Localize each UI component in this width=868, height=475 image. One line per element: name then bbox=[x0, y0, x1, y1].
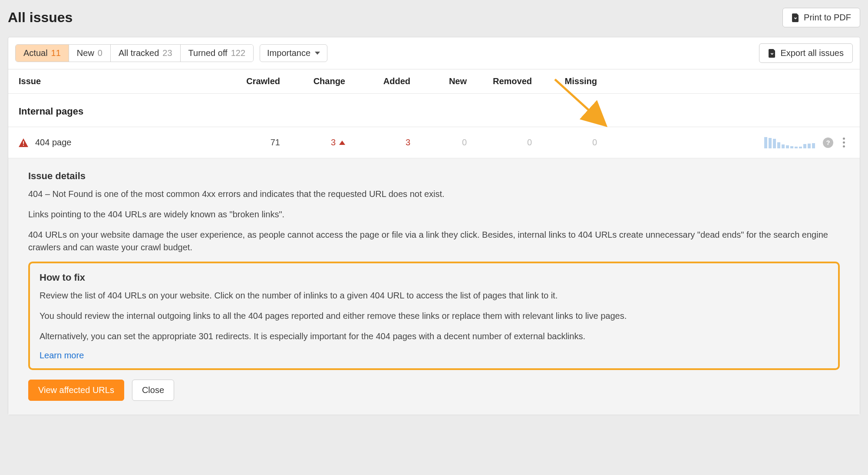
view-affected-urls-button[interactable]: View affected URLs bbox=[28, 380, 124, 401]
issue-name: 404 page bbox=[35, 138, 71, 147]
filter-tab-count: 0 bbox=[98, 48, 102, 58]
filter-tab-count: 11 bbox=[51, 48, 61, 58]
print-pdf-label: Print to PDF bbox=[804, 13, 851, 23]
fix-paragraph: Alternatively, you can set the appropria… bbox=[40, 330, 828, 343]
issue-details-panel: Issue details 404 – Not Found is one of … bbox=[8, 158, 860, 415]
filter-tab-label: All tracked bbox=[119, 48, 159, 58]
svg-rect-0 bbox=[23, 141, 24, 144]
details-paragraph: Links pointing to the 404 URLs are widel… bbox=[28, 208, 840, 221]
cell-removed: 0 bbox=[475, 138, 540, 147]
fix-paragraph: Review the list of 404 URLs on your webs… bbox=[40, 289, 828, 302]
chevron-down-icon bbox=[315, 52, 320, 55]
close-button[interactable]: Close bbox=[132, 380, 174, 401]
cell-added: 3 bbox=[353, 138, 418, 147]
sort-dropdown-label: Importance bbox=[267, 48, 310, 58]
cell-new: 0 bbox=[418, 138, 475, 147]
learn-more-link[interactable]: Learn more bbox=[40, 351, 84, 360]
issue-row-404[interactable]: 404 page 71 3 3 0 0 0 ? bbox=[8, 127, 860, 158]
filter-tab-label: Actual bbox=[23, 48, 48, 58]
export-download-icon bbox=[768, 49, 776, 58]
how-to-fix-box: How to fix Review the list of 404 URLs o… bbox=[28, 262, 840, 370]
sparkline-chart bbox=[764, 137, 815, 148]
cell-crawled: 71 bbox=[223, 138, 288, 147]
col-removed: Removed bbox=[475, 76, 540, 86]
details-paragraph: 404 URLs on your website damage the user… bbox=[28, 229, 840, 254]
cell-missing: 0 bbox=[540, 138, 605, 147]
details-paragraph: 404 – Not Found is one of the most commo… bbox=[28, 188, 840, 200]
filter-tabs: Actual11New0All tracked23Turned off122 bbox=[15, 44, 254, 62]
filter-tab-all-tracked[interactable]: All tracked23 bbox=[111, 45, 181, 62]
svg-rect-1 bbox=[23, 144, 24, 145]
col-change: Change bbox=[288, 76, 353, 86]
sort-dropdown[interactable]: Importance bbox=[260, 44, 327, 62]
table-header-row: Issue Crawled Change Added New Removed M… bbox=[8, 69, 860, 94]
arrow-up-icon bbox=[339, 141, 345, 145]
col-new: New bbox=[418, 76, 475, 86]
col-issue: Issue bbox=[19, 76, 223, 86]
warning-triangle-icon bbox=[19, 138, 28, 147]
how-to-fix-title: How to fix bbox=[40, 272, 828, 283]
filter-tab-actual[interactable]: Actual11 bbox=[16, 45, 69, 62]
filter-tab-label: Turned off bbox=[188, 48, 228, 58]
issue-details-title: Issue details bbox=[28, 170, 840, 182]
export-all-label: Export all issues bbox=[780, 48, 844, 58]
print-pdf-button[interactable]: Print to PDF bbox=[782, 8, 860, 27]
filter-tab-turned-off[interactable]: Turned off122 bbox=[181, 45, 253, 62]
filter-tab-new[interactable]: New0 bbox=[69, 45, 111, 62]
filter-tab-count: 23 bbox=[162, 48, 172, 58]
group-internal-pages: Internal pages bbox=[8, 94, 860, 127]
page-title: All issues bbox=[8, 10, 73, 26]
fix-paragraph: You should review the internal outgoing … bbox=[40, 310, 828, 322]
row-menu-button[interactable] bbox=[841, 136, 847, 149]
cell-change: 3 bbox=[331, 138, 336, 147]
toolbar: Actual11New0All tracked23Turned off122 I… bbox=[8, 37, 860, 69]
filter-tab-label: New bbox=[77, 48, 94, 58]
help-icon[interactable]: ? bbox=[823, 138, 833, 148]
pdf-download-icon bbox=[792, 13, 799, 22]
col-crawled: Crawled bbox=[223, 76, 288, 86]
export-all-button[interactable]: Export all issues bbox=[759, 43, 853, 63]
col-added: Added bbox=[353, 76, 418, 86]
filter-tab-count: 122 bbox=[231, 48, 245, 58]
col-missing: Missing bbox=[540, 76, 605, 86]
